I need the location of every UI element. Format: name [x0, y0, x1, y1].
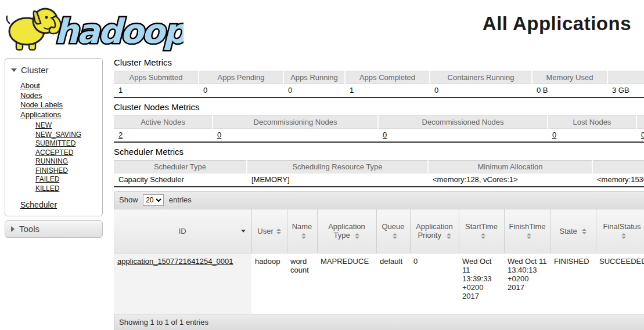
- column-header: Apps Running: [283, 71, 345, 84]
- sidebar-item-failed[interactable]: FAILED: [35, 175, 59, 183]
- sort-both-icon: [481, 233, 485, 239]
- column-header: Decommissioning Nodes: [213, 116, 378, 129]
- sort-both-icon: [301, 233, 306, 239]
- hadoop-logo: hadoop: [3, 1, 184, 57]
- cluster-section-header[interactable]: Cluster: [5, 62, 102, 78]
- application-user: hadoop: [251, 253, 287, 314]
- tools-section-label: Tools: [19, 224, 39, 234]
- hadoop-logo-graphic: hadoop: [3, 1, 184, 55]
- cluster-links: About Nodes Node Labels Applications: [5, 81, 102, 119]
- table-header-row: Apps Submitted Apps Pending Apps Running…: [114, 71, 644, 84]
- memory-total-value: 3 GB: [607, 84, 644, 98]
- chevron-down-icon: [11, 68, 17, 72]
- application-state: FINISHED: [551, 253, 596, 314]
- minimum-allocation-value: <memory:128, vCores:1>: [428, 173, 592, 187]
- sidebar-item-node-labels[interactable]: Node Labels: [20, 100, 63, 109]
- sidebar-item-about[interactable]: About: [20, 81, 40, 90]
- application-finishtime: Wed Oct 11 13:40:13 +0200 2017: [504, 253, 551, 314]
- column-header-finishtime[interactable]: FinishTime: [504, 209, 551, 253]
- show-label: Show: [119, 195, 138, 204]
- table-row: Capacity Scheduler [MEMORY] <memory:128,…: [114, 173, 644, 187]
- application-priority: 0: [410, 253, 459, 314]
- column-header: Minimum Allocation: [428, 161, 592, 173]
- column-header: Scheduler Type: [114, 161, 247, 173]
- sidebar-item-new[interactable]: NEW: [35, 121, 52, 129]
- sidebar-item-new-saving[interactable]: NEW_SAVING: [35, 130, 81, 139]
- scheduling-resource-type-value: [MEMORY]: [247, 173, 428, 187]
- column-header-user[interactable]: User: [251, 209, 287, 253]
- column-header: Apps Pending: [199, 71, 283, 84]
- sort-both-icon: [276, 229, 281, 234]
- column-header-name[interactable]: Name: [287, 209, 317, 253]
- applications-table: ID User Name Application Type Queue Appl…: [114, 209, 644, 314]
- show-entries-bar: Show 20 entries: [114, 191, 644, 209]
- sort-desc-icon: [241, 230, 246, 233]
- active-nodes-link[interactable]: 2: [118, 130, 123, 139]
- page-size-select[interactable]: 20: [143, 194, 164, 206]
- sidebar-item-accepted[interactable]: ACCEPTED: [35, 148, 73, 157]
- apps-completed-value: 1: [345, 84, 430, 98]
- decommissioned-nodes-link[interactable]: 0: [383, 130, 387, 139]
- sidebar-item-applications[interactable]: Applications: [20, 110, 61, 119]
- sidebar-item-submitted[interactable]: SUBMITTED: [35, 139, 75, 147]
- column-header-application-type[interactable]: Application Type: [317, 209, 376, 253]
- column-header: Memory Used: [532, 71, 607, 84]
- maximum-allocation-value: <memory:1536, vCores:4>: [592, 173, 644, 187]
- column-header-application-priority[interactable]: Application Priority: [410, 209, 459, 253]
- application-id-link[interactable]: application_1507721641254_0001: [117, 257, 233, 266]
- main-content: Cluster Metrics Apps Submitted Apps Pend…: [114, 57, 644, 330]
- table-row: 2 0 0 0 0: [114, 129, 644, 143]
- chevron-right-icon: [11, 226, 15, 232]
- sort-both-icon: [621, 233, 626, 239]
- column-header-id[interactable]: ID: [114, 209, 251, 253]
- column-header-queue[interactable]: Queue: [376, 209, 410, 253]
- unhealthy-nodes-link[interactable]: 0: [641, 130, 644, 139]
- apps-running-value: 0: [283, 84, 345, 98]
- decommissioning-nodes-link[interactable]: 0: [217, 130, 221, 139]
- table-header-row: Scheduler Type Scheduling Resource Type …: [114, 161, 644, 173]
- table-header-row: Active Nodes Decommissioning Nodes Decom…: [114, 116, 644, 129]
- apps-submitted-value: 1: [114, 84, 199, 98]
- cluster-section-label: Cluster: [21, 65, 49, 75]
- scheduler-type-value: Capacity Scheduler: [114, 173, 247, 187]
- table-row: 1 0 0 1 0 0 B 3 GB: [114, 84, 644, 98]
- application-starttime: Wed Oct 11 13:39:33 +0200 2017: [459, 253, 504, 314]
- hadoop-elephant-icon: [7, 9, 61, 50]
- column-header: [592, 161, 644, 173]
- sort-both-icon: [582, 229, 587, 234]
- lost-nodes-link[interactable]: 0: [552, 130, 556, 139]
- sidebar: Cluster About Nodes Node Labels Applicat…: [5, 58, 103, 238]
- cluster-metrics-title: Cluster Metrics: [114, 57, 644, 67]
- column-header-starttime[interactable]: StartTime: [459, 209, 504, 253]
- table-info-bar: Showing 1 to 1 of 1 entries: [114, 314, 644, 330]
- sort-both-icon: [447, 233, 451, 239]
- application-state-links: NEW NEW_SAVING SUBMITTED ACCEPTED RUNNIN…: [5, 121, 102, 193]
- scheduler-metrics-title: Scheduler Metrics: [114, 147, 644, 157]
- column-header: Apps Submitted: [114, 71, 199, 84]
- sort-both-icon: [393, 233, 397, 239]
- application-row: application_1507721641254_0001 hadoop wo…: [114, 253, 644, 314]
- sidebar-item-killed[interactable]: KILLED: [35, 184, 59, 193]
- top-bar: hadoop All Applications: [0, 0, 644, 56]
- application-finalstatus: SUCCEEDED: [596, 253, 644, 314]
- column-header-state[interactable]: State: [551, 209, 596, 253]
- containers-running-value: 0: [430, 84, 532, 98]
- application-queue: default: [376, 253, 410, 314]
- application-type: MAPREDUCE: [317, 253, 376, 314]
- tools-section-header[interactable]: Tools: [5, 220, 103, 238]
- page-title: All Applications: [483, 13, 631, 35]
- sort-both-icon: [355, 233, 359, 239]
- cluster-nodes-metrics-title: Cluster Nodes Metrics: [114, 102, 644, 112]
- sidebar-item-nodes[interactable]: Nodes: [20, 91, 42, 100]
- showing-entries-text: Showing 1 to 1 of 1 entries: [119, 318, 208, 327]
- sidebar-item-finished[interactable]: FINISHED: [35, 166, 68, 175]
- sidebar-item-running[interactable]: RUNNING: [35, 157, 68, 165]
- column-header: Active Nodes: [114, 116, 213, 129]
- cluster-metrics-table: Apps Submitted Apps Pending Apps Running…: [114, 71, 644, 98]
- column-header: Containers Running: [430, 71, 532, 84]
- column-header-finalstatus[interactable]: FinalStatus: [596, 209, 644, 253]
- column-header: Lost Nodes: [548, 116, 636, 129]
- hadoop-logo-text: hadoop: [55, 12, 184, 51]
- cluster-nodes-metrics-table: Active Nodes Decommissioning Nodes Decom…: [114, 115, 644, 143]
- sidebar-item-scheduler[interactable]: Scheduler: [20, 200, 57, 209]
